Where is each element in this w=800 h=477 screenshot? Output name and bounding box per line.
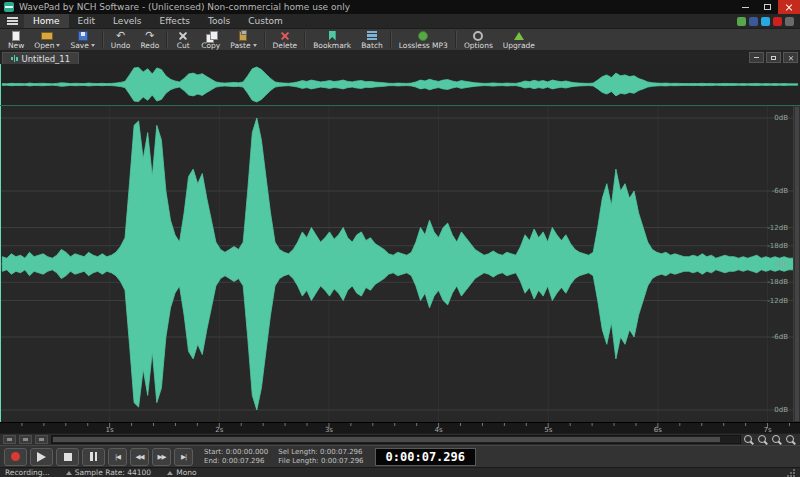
cut-button[interactable]: Cut bbox=[170, 29, 196, 50]
waveform-overview[interactable] bbox=[0, 64, 800, 106]
new-label: New bbox=[8, 42, 24, 50]
sel-length-value: 0:00:07.296 bbox=[320, 448, 363, 456]
playback-cursor[interactable] bbox=[0, 64, 1, 105]
channels-status[interactable]: Mono bbox=[167, 468, 196, 477]
ruler-tick-label: 5s bbox=[544, 426, 552, 434]
zoom-in-icon[interactable] bbox=[744, 435, 755, 445]
lossless-mp3-button[interactable]: Lossless MP3 bbox=[394, 29, 453, 50]
new-button[interactable]: New bbox=[3, 29, 29, 50]
vertical-scrollbar-thumb[interactable] bbox=[795, 107, 799, 421]
bookmark-label: Bookmark bbox=[313, 42, 351, 50]
bookmark-button[interactable]: Bookmark bbox=[308, 29, 356, 50]
mdi-minimize-button[interactable] bbox=[749, 52, 764, 63]
nch-icon[interactable] bbox=[737, 17, 746, 26]
batch-label: Batch bbox=[361, 42, 383, 50]
open-button[interactable]: Open bbox=[29, 29, 65, 50]
paste-button[interactable]: Paste bbox=[225, 29, 261, 50]
play-icon bbox=[37, 452, 46, 462]
youtube-icon[interactable] bbox=[773, 17, 782, 26]
save-button[interactable]: Save bbox=[65, 29, 99, 50]
record-button[interactable] bbox=[4, 448, 27, 466]
horizontal-scrollbar-thumb[interactable] bbox=[53, 437, 720, 442]
social-links bbox=[737, 14, 800, 28]
overviewWave-canvas bbox=[0, 64, 800, 105]
copy-button[interactable]: Copy bbox=[196, 29, 225, 50]
time-ruler[interactable]: 1s2s3s4s5s6s7s bbox=[0, 422, 800, 433]
file-length-value: 0:00:07.296 bbox=[321, 457, 364, 465]
mainWave-canvas bbox=[0, 106, 800, 422]
cut-label: Cut bbox=[177, 42, 190, 50]
horizontal-scrollbar[interactable] bbox=[51, 435, 741, 444]
toolbar-separator bbox=[102, 31, 104, 48]
vertical-scrollbar[interactable] bbox=[793, 106, 800, 422]
ribbon-toolbar: New Open Save ↶ Undo ↷ Redo Cut Copy bbox=[0, 29, 800, 51]
document-tab-bar: Untitled_11 bbox=[0, 51, 800, 64]
rewind-button[interactable]: ◀◀ bbox=[130, 448, 149, 466]
transport-bar: |◀ ◀◀ ▶▶ ▶| Start: 0:00:00.000 End: 0:00… bbox=[0, 445, 800, 467]
zoom-out-icon[interactable] bbox=[758, 435, 769, 445]
pause-button[interactable] bbox=[82, 448, 105, 466]
fast-forward-button[interactable]: ▶▶ bbox=[152, 448, 171, 466]
stop-button[interactable] bbox=[56, 448, 79, 466]
undo-label: Undo bbox=[111, 42, 131, 50]
menu-hamburger-button[interactable] bbox=[0, 14, 24, 28]
restore-icon bbox=[771, 56, 776, 60]
ruler-tick-label: 3s bbox=[325, 426, 333, 434]
maximize-button[interactable] bbox=[756, 0, 778, 14]
undo-button[interactable]: ↶ Undo bbox=[106, 29, 136, 50]
chevron-down-icon bbox=[91, 44, 95, 47]
lossless-mp3-icon bbox=[418, 31, 428, 41]
fast-forward-icon: ▶▶ bbox=[158, 453, 166, 461]
toolbar-separator bbox=[166, 31, 168, 48]
playback-cursor[interactable] bbox=[0, 106, 1, 422]
delete-button[interactable]: Delete bbox=[268, 29, 303, 50]
options-button[interactable]: Options bbox=[459, 29, 498, 50]
tab-effects[interactable]: Effects bbox=[150, 14, 199, 28]
new-icon bbox=[12, 31, 20, 41]
tab-home[interactable]: Home bbox=[24, 14, 69, 28]
upgrade-button[interactable]: Upgrade bbox=[498, 29, 540, 50]
options-label: Options bbox=[464, 42, 493, 50]
start-end-times: Start: 0:00:00.000 End: 0:00:07.296 bbox=[204, 448, 268, 466]
help-icon[interactable] bbox=[785, 17, 794, 26]
go-to-start-button[interactable]: |◀ bbox=[108, 448, 127, 466]
toolbar-separator bbox=[390, 31, 392, 48]
tab-custom[interactable]: Custom bbox=[239, 14, 291, 28]
sel-length-label: Sel Length: bbox=[278, 448, 317, 456]
batch-button[interactable]: Batch bbox=[356, 29, 388, 50]
minimize-icon bbox=[742, 7, 749, 8]
undo-icon: ↶ bbox=[116, 31, 125, 41]
twitter-icon[interactable] bbox=[761, 17, 770, 26]
spinner-icon bbox=[66, 471, 72, 475]
delete-icon bbox=[280, 31, 290, 41]
start-value: 0:00:00.000 bbox=[226, 448, 269, 456]
mdi-close-button[interactable] bbox=[783, 52, 798, 63]
resize-grip-icon[interactable] bbox=[787, 469, 795, 477]
bottom-tool-icon[interactable] bbox=[35, 435, 48, 444]
ruler-tick-label: 6s bbox=[654, 426, 662, 434]
end-label: End: bbox=[204, 457, 220, 465]
paste-icon bbox=[239, 31, 247, 41]
zoom-selection-icon[interactable] bbox=[772, 435, 783, 445]
minimize-button[interactable] bbox=[734, 0, 756, 14]
open-label: Open bbox=[34, 42, 54, 50]
bottom-tool-icon[interactable] bbox=[19, 435, 32, 444]
copy-label: Copy bbox=[201, 42, 220, 50]
close-button[interactable] bbox=[778, 0, 800, 14]
tab-levels[interactable]: Levels bbox=[104, 14, 150, 28]
tab-tools[interactable]: Tools bbox=[199, 14, 239, 28]
go-to-end-button[interactable]: ▶| bbox=[174, 448, 193, 466]
play-button[interactable] bbox=[30, 448, 53, 466]
length-times: Sel Length: 0:00:07.296 File Length: 0:0… bbox=[278, 448, 363, 466]
zoom-full-icon[interactable] bbox=[786, 435, 797, 445]
document-tab[interactable]: Untitled_11 bbox=[2, 52, 79, 64]
maximize-icon bbox=[764, 4, 771, 10]
mdi-restore-button[interactable] bbox=[766, 52, 781, 63]
tab-edit[interactable]: Edit bbox=[69, 14, 104, 28]
redo-button[interactable]: ↷ Redo bbox=[135, 29, 164, 50]
waveform-main[interactable]: 0dB-6dB-12dB-18dB-INF-18dB-12dB-6dB0dB bbox=[0, 106, 800, 422]
sample-rate-status[interactable]: Sample Rate: 44100 bbox=[66, 468, 151, 477]
bottom-tool-icon[interactable] bbox=[3, 435, 16, 444]
facebook-icon[interactable] bbox=[749, 17, 758, 26]
save-label: Save bbox=[70, 42, 88, 50]
